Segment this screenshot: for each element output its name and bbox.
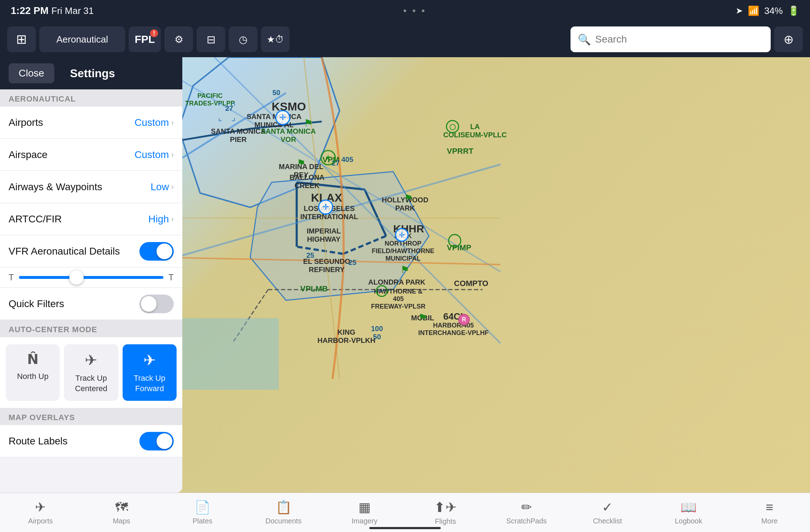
tab-scratchpads[interactable]: ✏ ScratchPads xyxy=(486,497,567,528)
artcc-label: ARTCC/FIR xyxy=(9,213,148,225)
tab-logbook[interactable]: 📖 Logbook xyxy=(648,497,729,528)
tab-plates[interactable]: 📄 Plates xyxy=(162,497,243,528)
home-indicator xyxy=(369,527,441,529)
pink-marker: R xyxy=(458,314,470,325)
timer-button[interactable]: ◷ xyxy=(229,26,257,52)
airports-tab-label: Airports xyxy=(28,517,53,525)
flights-tab-icon: ⬆✈ xyxy=(434,499,457,515)
airspace-row[interactable]: Airspace Custom › xyxy=(0,139,182,171)
timer-icon: ◷ xyxy=(239,34,247,45)
quick-filters-toggle[interactable] xyxy=(139,295,174,313)
flag2: ⚑ xyxy=(297,157,306,169)
north-up-option[interactable]: N̂ North Up xyxy=(6,344,60,401)
layers-button[interactable]: ⊞ xyxy=(7,26,36,52)
airspace-chevron: › xyxy=(171,150,174,159)
airports-tab-icon: ✈ xyxy=(35,500,46,515)
airspace-value: Custom › xyxy=(134,149,174,161)
plates-tab-icon: 📄 xyxy=(194,500,211,515)
date-label: Fri Mar 31 xyxy=(51,5,94,16)
search-bar: 🔍 xyxy=(571,26,771,52)
search-input[interactable] xyxy=(595,34,764,45)
auto-center-section-header: AUTO-CENTER MODE xyxy=(0,320,182,337)
num100-50-label: 10050 xyxy=(371,325,383,341)
fpl-badge: ! xyxy=(150,29,158,37)
airports-value: Custom › xyxy=(134,117,174,128)
airports-label: Airports xyxy=(9,117,134,128)
status-bar: 1:22 PM Fri Mar 31 • • • ➤ 📶 34% 🔋 xyxy=(0,0,810,21)
bracket1: ⌜ xyxy=(218,102,222,111)
plates-tab-label: Plates xyxy=(193,517,213,525)
filter-button[interactable]: ⊟ xyxy=(197,26,225,52)
star-timer-icon: ★⏱ xyxy=(267,34,284,45)
north-up-label: North Up xyxy=(17,371,49,382)
flights-tab-label: Flights xyxy=(435,517,456,526)
tab-flights[interactable]: ⬆✈ Flights xyxy=(405,497,486,528)
route-labels-label: Route Labels xyxy=(9,435,139,447)
bracket4: ⌟ xyxy=(231,113,236,122)
svg-point-26 xyxy=(376,286,387,296)
santa-monica-label: SANTA MONICAMUNICIPAL xyxy=(247,113,301,129)
track-up-centered-icon: ✈ xyxy=(85,351,97,369)
track-up-centered-option[interactable]: ✈ Track UpCentered xyxy=(64,344,118,401)
gear-button[interactable]: ⚙ xyxy=(164,26,193,52)
tab-maps[interactable]: 🗺 Maps xyxy=(81,497,162,528)
compto-label: COMPTO xyxy=(454,279,488,288)
star-timer-button[interactable]: ★⏱ xyxy=(261,26,290,52)
alondra-marker xyxy=(375,285,388,299)
bottom-tab-bar: ✈ Airports 🗺 Maps 📄 Plates 📋 Documents ▦… xyxy=(0,493,810,532)
status-bar-left: 1:22 PM Fri Mar 31 xyxy=(11,5,94,16)
slider-track[interactable] xyxy=(19,276,164,279)
vplmb-label: VPLMB xyxy=(300,284,328,294)
harbor405-label: HARBOR/405INTERCHANGE-VPLHF xyxy=(418,322,489,337)
quick-filters-label: Quick Filters xyxy=(9,298,139,310)
num25-label2: 25 xyxy=(349,258,356,267)
num25-label1: 25 xyxy=(306,251,314,260)
route-labels-toggle[interactable] xyxy=(139,432,174,450)
airways-row[interactable]: Airways & Waypoints Low › xyxy=(0,171,182,203)
documents-tab-label: Documents xyxy=(266,517,302,525)
gear-icon: ⚙ xyxy=(174,34,183,45)
close-button[interactable]: Close xyxy=(9,63,54,83)
slider-row: T T xyxy=(0,267,182,288)
location-button[interactable]: ⊕ xyxy=(774,26,803,52)
tab-airports[interactable]: ✈ Airports xyxy=(0,497,81,528)
more-tab-icon: ≡ xyxy=(766,500,773,515)
tab-imagery[interactable]: ▦ Imagery xyxy=(324,497,405,528)
bracket3: ⌞ xyxy=(218,113,222,122)
status-bar-center: • • • xyxy=(403,5,426,16)
maps-tab-icon: 🗺 xyxy=(115,500,128,515)
vprrt-label: VPRRT xyxy=(447,147,474,156)
aeronautical-button[interactable]: Aeronautical xyxy=(39,26,125,52)
checklist-tab-label: Checklist xyxy=(593,517,622,525)
artcc-row[interactable]: ARTCC/FIR High › xyxy=(0,203,182,235)
el-segundo-label: EL SEGUNDOREFINERY xyxy=(303,257,350,274)
map-overlays-section-header: MAP OVERLAYS xyxy=(0,408,182,425)
fpl-button[interactable]: FPL ! xyxy=(129,26,161,52)
search-icon: 🔍 xyxy=(578,33,591,46)
close-label: Close xyxy=(19,68,44,79)
settings-panel: Close Settings AERONAUTICAL Airports Cus… xyxy=(0,57,182,493)
khhr-marker: ✛ xyxy=(395,228,409,242)
airports-row[interactable]: Airports Custom › xyxy=(0,107,182,139)
logbook-tab-label: Logbook xyxy=(675,517,702,525)
tab-documents[interactable]: 📋 Documents xyxy=(243,497,324,528)
artcc-chevron: › xyxy=(171,215,174,224)
vfr-toggle[interactable] xyxy=(139,242,174,261)
tab-more[interactable]: ≡ More xyxy=(729,497,810,528)
artcc-value: High › xyxy=(148,213,174,225)
filter-icon: ⊟ xyxy=(207,33,216,46)
santa-monica-vor-label: SANTA MONICAVOR xyxy=(261,127,316,144)
location-icon: ⊕ xyxy=(784,32,794,46)
flag4: ⚑ xyxy=(400,264,409,276)
track-up-forward-icon: ✈ xyxy=(143,351,156,369)
vfr-row: VFR Aeronautical Details xyxy=(0,235,182,267)
airspace-label: Airspace xyxy=(9,149,134,161)
documents-tab-icon: 📋 xyxy=(276,500,292,515)
king-harbor-label: KINGHARBOR-VPLKH xyxy=(317,328,375,345)
track-up-forward-option[interactable]: ✈ Track UpForward xyxy=(123,344,177,401)
route-labels-row: Route Labels xyxy=(0,425,182,457)
track-up-centered-label: Track UpCentered xyxy=(75,373,108,394)
slider-thumb[interactable] xyxy=(69,270,84,285)
airways-label: Airways & Waypoints xyxy=(9,181,150,193)
tab-checklist[interactable]: ✓ Checklist xyxy=(567,497,648,528)
